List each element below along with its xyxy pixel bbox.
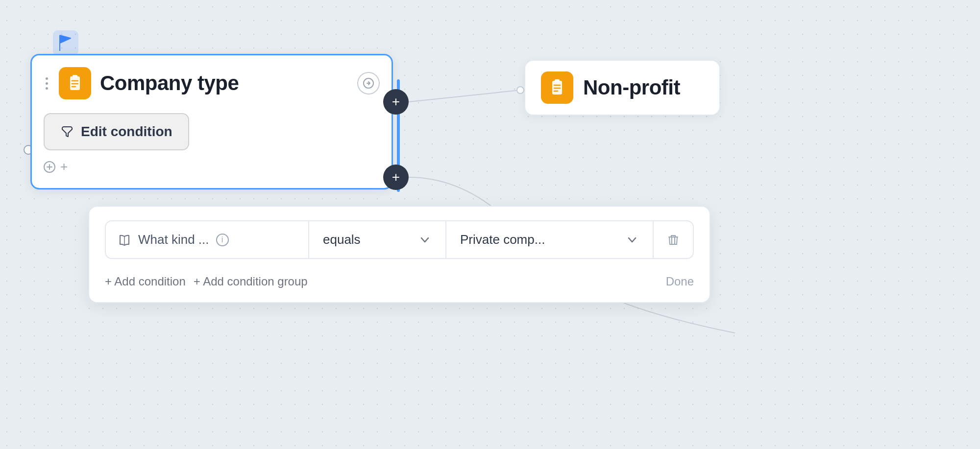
edit-condition-label: Edit condition [81,124,172,140]
svg-point-1 [517,87,524,94]
drag-dot [46,87,48,90]
company-type-node: Company type Edit condition + [30,54,393,189]
flag-icon [53,30,78,56]
condition-row: What kind ... i equals Private comp... [105,220,694,259]
svg-line-0 [409,90,520,102]
field-label: What kind ... [138,232,209,247]
svg-rect-3 [53,30,78,56]
footer-left: + Add condition + Add condition group [105,273,312,290]
condition-panel: What kind ... i equals Private comp... [88,206,710,303]
nonprofit-title: Non-profit [583,76,680,99]
node-header: Company type [44,67,380,99]
svg-rect-14 [555,79,560,82]
condition-field[interactable]: What kind ... i [106,221,309,258]
add-branch-bottom-button[interactable]: + [383,165,409,190]
operator-label: equals [323,232,410,247]
node-navigate-button[interactable] [357,72,380,95]
add-condition-group-button[interactable]: + Add condition group [190,273,312,290]
info-icon[interactable]: i [216,234,229,246]
drag-dot [46,77,48,80]
condition-value[interactable]: Private comp... [446,221,654,258]
svg-rect-5 [73,75,77,78]
add-branch-top-button[interactable]: + [383,89,409,115]
node-add-button[interactable]: + [44,159,380,174]
add-button-label: + [60,159,68,174]
add-condition-button[interactable]: + Add condition [105,273,190,290]
edit-condition-button[interactable]: Edit condition [44,113,189,150]
drag-handle[interactable] [44,75,50,92]
done-button[interactable]: Done [666,275,694,288]
company-type-title: Company type [100,71,239,95]
nonprofit-icon [541,71,573,104]
value-label: Private comp... [460,232,617,247]
condition-footer: + Add condition + Add condition group Do… [105,273,694,290]
condition-operator[interactable]: equals [309,221,446,258]
company-type-icon [59,67,91,99]
nonprofit-node: Non-profit [524,60,720,116]
delete-condition-button[interactable] [654,222,693,258]
drag-dot [46,82,48,85]
